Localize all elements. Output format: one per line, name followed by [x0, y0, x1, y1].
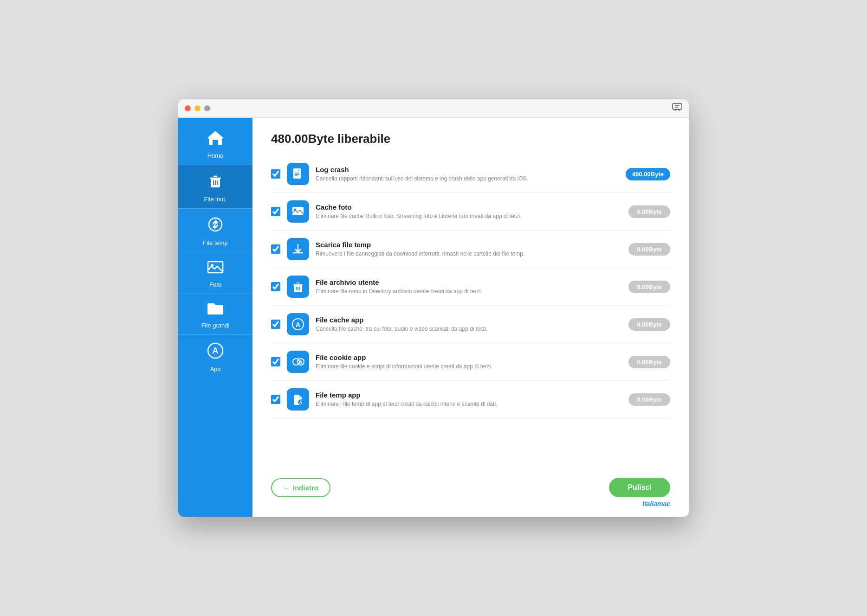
sidebar-item-file-temp[interactable]: File temp [178, 209, 252, 252]
clean-label: Pulisci [628, 483, 652, 491]
fullscreen-button[interactable] [204, 105, 210, 111]
watermark: Italiamac [271, 497, 670, 507]
cache-foto-icon-wrap [287, 200, 309, 223]
sidebar-item-home[interactable]: Home [178, 122, 252, 165]
cookie-app-checkbox[interactable] [271, 357, 280, 366]
page-title: 480.00Byte liberabile [271, 132, 670, 146]
cache-foto-text: Cache foto Eliminare file cache Rullino … [316, 203, 622, 220]
main-layout: Home File inut. [178, 118, 689, 517]
back-label: Indietro [293, 484, 318, 492]
sidebar-item-file-grandi[interactable]: File grandi [178, 294, 252, 334]
sidebar-label-app: App [210, 366, 220, 372]
app-store-icon: A [207, 342, 224, 363]
scarica-name: Scarica file temp [316, 241, 622, 249]
cookie-app-name: File cookie app [316, 353, 622, 361]
archive-trash-icon [291, 280, 304, 293]
temp-app-badge: 0.00Byte [628, 393, 670, 406]
archivio-badge: 0.00Byte [628, 281, 670, 293]
sidebar-label-file-grandi: File grandi [201, 322, 230, 329]
app-cache-icon: A [291, 318, 304, 331]
chat-icon[interactable] [672, 103, 682, 114]
sidebar-label-home: Home [207, 152, 224, 159]
log-crash-badge: 480.00Byte [626, 168, 670, 180]
sidebar: Home File inut. [178, 118, 252, 517]
temp-app-text: File temp app Eliminare i file temp di a… [316, 391, 622, 408]
temp-app-desc: Eliminare i file temp di app di terzi cr… [316, 400, 622, 408]
list-item: File archivio utente Eliminare file temp… [271, 268, 670, 306]
cache-app-badge: 0.00Byte [628, 318, 670, 331]
cache-foto-name: Cache foto [316, 203, 622, 211]
traffic-lights [185, 105, 210, 111]
cache-app-name: File cache app [316, 316, 622, 324]
titlebar [178, 99, 689, 118]
sidebar-label-foto: Foto [209, 281, 221, 288]
log-crash-name: Log crash [316, 166, 619, 173]
svg-text:A: A [296, 321, 300, 328]
photo-cache-icon [291, 205, 304, 218]
clean-button[interactable]: Pulisci [609, 478, 670, 497]
back-arrow-icon: ← [283, 484, 290, 492]
recycle-icon [207, 216, 224, 237]
archivio-icon-wrap [287, 276, 309, 298]
archivio-name: File archivio utente [316, 278, 622, 286]
cache-foto-desc: Eliminare file cache Rullino foto, Strea… [316, 212, 622, 220]
cache-app-text: File cache app Cancella file cache, tra … [316, 316, 622, 333]
watermark-text: Italiamac [642, 500, 670, 507]
svg-rect-14 [293, 168, 301, 179]
scarica-text: Scarica file temp Rimuovere i file danne… [316, 241, 622, 258]
scarica-desc: Rimuovere i file danneggiati da download… [316, 250, 622, 258]
cookie-app-desc: Eliminare file cookie e script di inform… [316, 363, 622, 371]
list-item: Log crash Cancella rapporti ridondanti s… [271, 155, 670, 193]
log-crash-text: Log crash Cancella rapporti ridondanti s… [316, 166, 619, 183]
cache-app-desc: Cancella file cache, tra cui foto, audio… [316, 325, 622, 333]
temp-app-name: File temp app [316, 391, 622, 399]
content-area: 480.00Byte liberabile [252, 118, 689, 517]
svg-rect-0 [673, 103, 682, 109]
log-crash-desc: Cancella rapporti ridondanti sull'uso de… [316, 175, 619, 183]
cookie-icon: A [291, 355, 304, 368]
temp-app-icon: A [291, 393, 304, 406]
scarica-checkbox[interactable] [271, 244, 280, 254]
list-item: A File cache app Cancella file cache, tr… [271, 306, 670, 343]
svg-text:A: A [299, 360, 302, 365]
svg-text:A: A [213, 346, 219, 355]
sidebar-item-file-inut[interactable]: File inut. [178, 165, 252, 208]
back-button[interactable]: ← Indietro [271, 478, 330, 497]
list-item: Cache foto Eliminare file cache Rullino … [271, 193, 670, 231]
cookie-app-text: File cookie app Eliminare file cookie e … [316, 353, 622, 371]
cache-foto-checkbox[interactable] [271, 207, 280, 216]
photo-icon [207, 260, 224, 278]
cache-app-icon-wrap: A [287, 313, 309, 335]
scarica-badge: 0.00Byte [628, 243, 670, 256]
folder-icon [207, 302, 224, 319]
minimize-button[interactable] [194, 105, 201, 111]
svg-text:A: A [299, 400, 303, 405]
log-crash-checkbox[interactable] [271, 169, 280, 179]
temp-app-icon-wrap: A [287, 388, 309, 411]
sidebar-item-foto[interactable]: Foto [178, 252, 252, 294]
archivio-checkbox[interactable] [271, 282, 280, 291]
sidebar-item-app[interactable]: A App [178, 335, 252, 378]
home-icon [207, 130, 224, 149]
cache-foto-badge: 0.00Byte [628, 205, 670, 218]
sidebar-label-file-temp: File temp [203, 239, 227, 246]
temp-app-checkbox[interactable] [271, 395, 280, 404]
download-icon [291, 243, 304, 256]
cookie-app-badge: 0.00Byte [628, 356, 670, 368]
list-item: A File cookie app Eliminare file cookie … [271, 343, 670, 381]
archivio-text: File archivio utente Eliminare file temp… [316, 278, 622, 295]
items-list: Log crash Cancella rapporti ridondanti s… [271, 155, 670, 464]
sidebar-label-file-inut: File inut. [204, 196, 226, 203]
cookie-app-icon-wrap: A [287, 351, 309, 373]
close-button[interactable] [185, 105, 191, 111]
list-item: A File temp app Eliminare i file temp di… [271, 381, 670, 418]
scarica-icon-wrap [287, 238, 309, 260]
trash-icon [207, 173, 224, 193]
document-icon [291, 167, 304, 180]
archivio-desc: Eliminare file temp in Directory archivi… [316, 288, 622, 295]
log-crash-icon-wrap [287, 163, 309, 185]
footer-bar: ← Indietro Pulisci [271, 468, 670, 497]
cache-app-checkbox[interactable] [271, 320, 280, 329]
main-window: Home File inut. [178, 99, 689, 517]
list-item: Scarica file temp Rimuovere i file danne… [271, 231, 670, 268]
